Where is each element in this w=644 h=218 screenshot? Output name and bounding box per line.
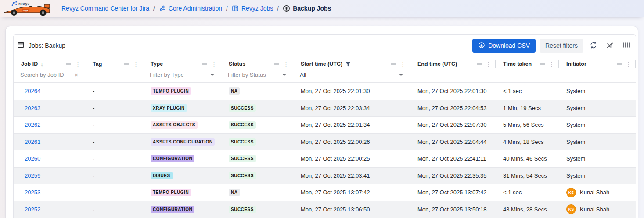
column-drag-icon[interactable] [616, 62, 622, 66]
column-header-initiator[interactable]: Initiator ⋮ [559, 58, 636, 70]
column-header-end-time[interactable]: End time (UTC) ⋮ [410, 58, 496, 70]
column-header-tag[interactable]: Tag ⋮ [85, 58, 143, 70]
start-time-cell: Mon, 27 Oct 2025 13:07:42 [293, 184, 410, 201]
status-badge: SUCCESS [229, 172, 256, 179]
breadcrumb: Revyz Command Center for Jira / Core Adm… [61, 5, 331, 12]
end-time-cell: Mon, 27 Oct 2025 22:35:35 [410, 168, 496, 184]
breadcrumb-revyz-jobs-link[interactable]: Revyz Jobs [232, 5, 273, 12]
clear-search-icon[interactable]: × [73, 71, 79, 79]
svg-text:revyz: revyz [23, 10, 28, 12]
start-time-cell: Mon, 27 Oct 2025 22:01:30 [293, 83, 410, 100]
job-id-link[interactable]: 20261 [25, 139, 40, 145]
breadcrumb-separator: / [277, 5, 279, 12]
time-taken-cell: 43 Mins, 28 Secs [496, 201, 559, 218]
upload-circle-icon [283, 5, 290, 12]
reset-filters-button[interactable]: Reset filters [540, 39, 583, 53]
table-row[interactable]: 20263 - XRAY PLUGIN SUCCESS Mon, 27 Oct … [14, 100, 636, 117]
initiator-name: System [566, 172, 585, 179]
column-menu-icon[interactable]: ⋮ [549, 61, 554, 67]
initiator-cell: System [559, 168, 636, 184]
column-menu-icon[interactable]: ⋮ [211, 61, 217, 67]
status-badge: SUCCESS [229, 206, 256, 213]
end-time-cell: Mon, 27 Oct 2025 22:07:30 [410, 117, 496, 133]
tag-cell: - [85, 168, 143, 184]
refresh-button[interactable] [587, 40, 600, 52]
end-time-cell: Mon, 27 Oct 2025 22:01:30 [410, 83, 496, 100]
revyz-logo: revyz revyz [3, 0, 52, 17]
breadcrumb-core-administration-link[interactable]: Core Administration [159, 5, 222, 12]
column-header-status[interactable]: Status ⋮ [221, 58, 293, 70]
status-filter-select[interactable]: Filter by Status [228, 70, 287, 80]
table-row[interactable]: 20260 - CONFIGURATION SUCCESS Mon, 27 Oc… [14, 150, 636, 168]
column-menu-icon[interactable]: ⋮ [486, 61, 491, 67]
time-taken-cell: 5 Mins, 56 Secs [496, 117, 559, 133]
start-time-cell: Mon, 27 Oct 2025 22:03:41 [293, 168, 410, 184]
breadcrumb-root-link[interactable]: Revyz Command Center for Jira [61, 5, 149, 12]
columns-button[interactable] [620, 40, 632, 51]
column-header-time-taken[interactable]: Time taken ⋮ [496, 58, 559, 70]
column-header-job-id[interactable]: Job ID ↓ ⋮ [14, 58, 85, 70]
time-taken-cell: 31 Mins, 54 Secs [496, 168, 559, 184]
panel-toolbar: Jobs: Backup Download CSV Rese [14, 35, 636, 57]
job-id-link[interactable]: 20263 [25, 105, 40, 111]
job-id-filter[interactable]: × [20, 70, 79, 80]
chevron-down-icon[interactable] [398, 73, 404, 77]
clear-filter-button[interactable] [604, 40, 616, 52]
type-badge: CONFIGURATION [151, 206, 194, 213]
table-row[interactable]: 20252 - CONFIGURATION SUCCESS Mon, 27 Oc… [14, 201, 636, 218]
table-row[interactable]: 20262 - ASSETS OBJECTS SUCCESS Mon, 27 O… [14, 117, 636, 134]
time-taken-cell: 1 Min, 19 Secs [496, 100, 559, 117]
job-id-link[interactable]: 20252 [25, 206, 40, 213]
job-id-search-input[interactable] [20, 71, 72, 78]
initiator-cell: System [559, 83, 636, 100]
initiator-name: System [566, 155, 585, 162]
page-background: Jobs: Backup Download CSV Rese [0, 17, 644, 218]
column-drag-icon[interactable] [476, 62, 482, 66]
initiator-name: System [566, 88, 585, 94]
start-time-cell: Mon, 27 Oct 2025 22:01:34 [293, 117, 410, 133]
download-csv-button[interactable]: Download CSV [472, 39, 536, 53]
column-drag-icon[interactable] [202, 62, 208, 66]
column-menu-icon[interactable]: ⋮ [626, 61, 631, 67]
start-time-cell: Mon, 27 Oct 2025 22:00:25 [293, 150, 410, 167]
job-id-link[interactable]: 20259 [25, 172, 40, 179]
type-badge: CONFIGURATION [151, 155, 194, 162]
column-drag-icon[interactable] [540, 62, 545, 66]
table-row[interactable]: 20259 - ISSUES SUCCESS Mon, 27 Oct 2025 … [14, 168, 636, 185]
job-id-link[interactable]: 20253 [25, 189, 40, 196]
start-time-cell: Mon, 27 Oct 2025 22:03:34 [293, 100, 410, 117]
job-id-link[interactable]: 20260 [25, 155, 40, 162]
chevron-down-icon[interactable] [209, 73, 215, 77]
job-id-link[interactable]: 20264 [25, 88, 40, 94]
column-menu-icon[interactable]: ⋮ [400, 61, 406, 67]
avatar: KS [566, 188, 576, 197]
sliders-icon [159, 5, 166, 12]
type-filter-select[interactable]: Filter by Type [150, 70, 215, 80]
initiator-name: System [566, 122, 585, 128]
column-header-start-time[interactable]: Start time (UTC) ⋮ [293, 58, 410, 70]
tag-cell: - [85, 100, 143, 117]
type-badge: TEMPO PLUGIN [151, 189, 191, 196]
type-badge: TEMPO PLUGIN [151, 87, 191, 95]
top-banner: revyz revyz Revyz Command Center for Jir… [0, 0, 644, 17]
table-row[interactable]: 20264 - TEMPO PLUGIN NA Mon, 27 Oct 2025… [14, 83, 636, 100]
column-drag-icon[interactable] [391, 62, 396, 66]
panel-title-group: Jobs: Backup [17, 41, 65, 50]
start-time-filter-select[interactable]: All [300, 70, 404, 80]
status-badge: SUCCESS [229, 121, 256, 129]
table-row[interactable]: 20261 - ASSETS CONFIGURATION SUCCESS Mon… [14, 134, 636, 151]
chevron-down-icon[interactable] [281, 73, 287, 77]
column-drag-icon[interactable] [66, 62, 72, 66]
column-menu-icon[interactable]: ⋮ [133, 61, 139, 67]
tag-cell: - [85, 134, 143, 150]
column-menu-icon[interactable]: ⋮ [75, 61, 81, 67]
jobs-panel: Jobs: Backup Download CSV Rese [13, 34, 636, 218]
sort-desc-icon: ↓ [40, 61, 43, 68]
table-row[interactable]: 20253 - TEMPO PLUGIN NA Mon, 27 Oct 2025… [14, 184, 636, 201]
initiator-name: Kunal Shah [580, 189, 609, 196]
column-header-type[interactable]: Type ⋮ [143, 58, 221, 70]
column-drag-icon[interactable] [124, 62, 130, 66]
column-drag-icon[interactable] [274, 62, 280, 66]
job-id-link[interactable]: 20262 [25, 122, 40, 128]
column-menu-icon[interactable]: ⋮ [283, 61, 289, 67]
